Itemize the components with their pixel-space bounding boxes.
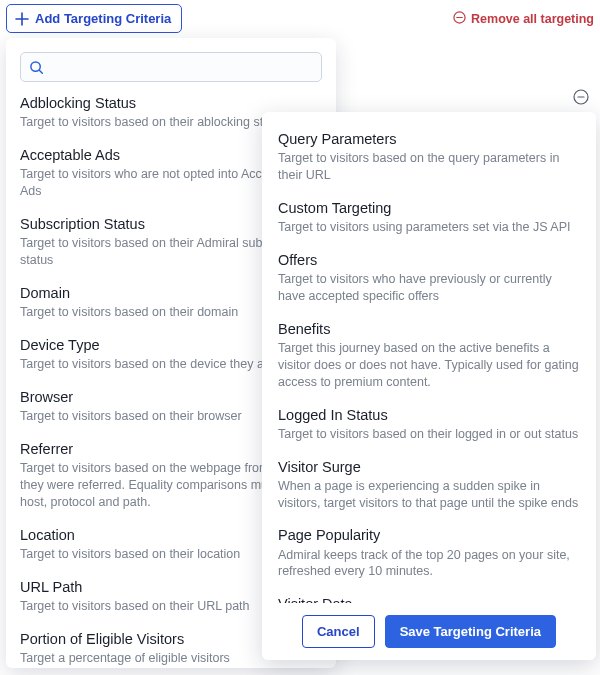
criteria-item[interactable]: Visitor SurgeWhen a page is experiencing… (278, 458, 580, 512)
criteria-item-desc: Target to visitors who have previously o… (278, 271, 580, 305)
cancel-button[interactable]: Cancel (302, 615, 375, 648)
panel-actions: Cancel Save Targeting Criteria (278, 603, 580, 648)
criteria-search-field[interactable] (49, 59, 321, 76)
criteria-item[interactable]: Visitor DataTarget based on default or c… (278, 595, 580, 603)
criteria-item-desc: Target this journey based on the active … (278, 340, 580, 391)
save-button[interactable]: Save Targeting Criteria (385, 615, 556, 648)
criteria-item-desc: Target to visitors based on the query pa… (278, 150, 580, 184)
criteria-item-title: Offers (278, 251, 580, 269)
criteria-item-title: Query Parameters (278, 130, 580, 148)
criteria-item[interactable]: Query ParametersTarget to visitors based… (278, 130, 580, 184)
criteria-item[interactable]: Logged In StatusTarget to visitors based… (278, 406, 580, 443)
criteria-item-title: Adblocking Status (20, 94, 322, 112)
criteria-item-title: Visitor Surge (278, 458, 580, 476)
criteria-item-desc: Target to visitors based on their logged… (278, 426, 580, 443)
collapse-section-toggle[interactable] (572, 88, 590, 106)
remove-all-link[interactable]: Remove all targeting (453, 11, 594, 27)
remove-all-label: Remove all targeting (471, 12, 594, 26)
criteria-list-right: Query ParametersTarget to visitors based… (278, 130, 580, 603)
add-targeting-button[interactable]: Add Targeting Criteria (6, 4, 182, 33)
criteria-picker-panel-right: Query ParametersTarget to visitors based… (262, 112, 596, 660)
criteria-item-title: Logged In Status (278, 406, 580, 424)
criteria-item-desc: Target to visitors using parameters set … (278, 219, 580, 236)
search-icon (29, 60, 44, 79)
criteria-item-title: Benefits (278, 320, 580, 338)
add-targeting-label: Add Targeting Criteria (35, 11, 171, 26)
plus-icon (15, 12, 29, 26)
criteria-item[interactable]: Page PopularityAdmiral keeps track of th… (278, 526, 580, 580)
minus-circle-icon (453, 11, 466, 27)
targeting-toolbar: Add Targeting Criteria Remove all target… (6, 4, 594, 33)
criteria-search-input[interactable] (20, 52, 322, 82)
criteria-item-desc: When a page is experiencing a sudden spi… (278, 478, 580, 512)
criteria-item-title: Custom Targeting (278, 199, 580, 217)
criteria-item[interactable]: Custom TargetingTarget to visitors using… (278, 199, 580, 236)
criteria-item-title: Visitor Data (278, 595, 580, 603)
criteria-item-desc: Admiral keeps track of the top 20 pages … (278, 547, 580, 581)
criteria-item[interactable]: OffersTarget to visitors who have previo… (278, 251, 580, 305)
criteria-item[interactable]: BenefitsTarget this journey based on the… (278, 320, 580, 391)
criteria-item-title: Page Popularity (278, 526, 580, 544)
